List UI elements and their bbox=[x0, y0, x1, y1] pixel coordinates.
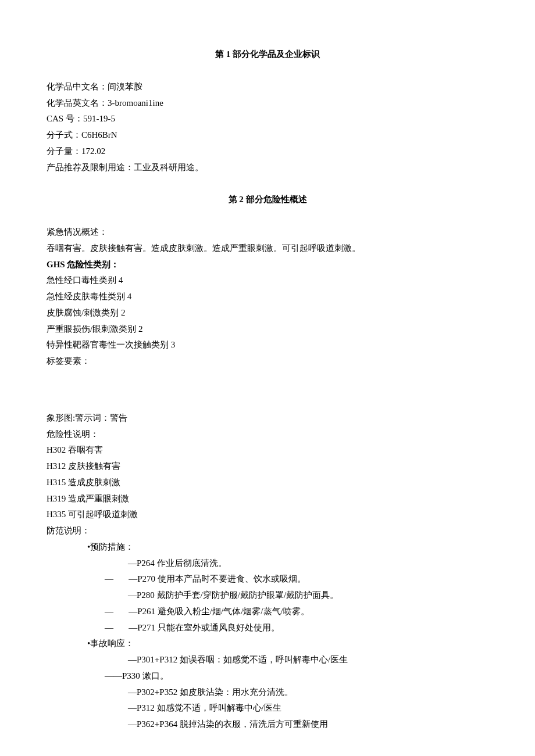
prevention-header: •预防措施： bbox=[47, 539, 488, 556]
section-1-title: 第 1 部分化学品及企业标识 bbox=[47, 46, 488, 63]
response-item: —P302+P352 如皮肤沾染：用水充分清洗。 bbox=[47, 685, 488, 701]
hazard-item: H312 皮肤接触有害 bbox=[47, 458, 488, 475]
cas-value: 591-19-5 bbox=[83, 114, 115, 123]
prevention-item: — —P270 使用本产品时不要进食、饮水或吸烟。 bbox=[47, 571, 488, 587]
name-cn-row: 化学品中文名：间溴苯胺 bbox=[47, 79, 488, 95]
name-en-label: 化学品英文名： bbox=[47, 98, 108, 108]
ghs-label: GHS 危险性类别： bbox=[47, 257, 488, 273]
ghs-item: 急性经口毒性类别 4 bbox=[47, 273, 488, 289]
formula-row: 分子式：C6H6BrN bbox=[47, 127, 488, 144]
formula-value: C6H6BrN bbox=[81, 130, 117, 139]
prevention-item: — —P261 避免吸入粉尘/烟/气体/烟雾/蒸气/喷雾。 bbox=[47, 604, 488, 620]
ghs-item: 皮肤腐蚀/刺激类别 2 bbox=[47, 305, 488, 321]
precaution-label: 防范说明： bbox=[47, 523, 488, 539]
prevention-item: —P264 作业后彻底清洗。 bbox=[47, 556, 488, 572]
hazard-item: H335 可引起呼吸道刺激 bbox=[47, 507, 488, 523]
section-2-title: 第 2 部分危险性概述 bbox=[47, 192, 488, 208]
response-item: ——P330 漱口。 bbox=[47, 668, 488, 685]
response-item: —P362+P364 脱掉沾染的衣服，清洗后方可重新使用 bbox=[47, 716, 488, 733]
emergency-label: 紧急情况概述： bbox=[47, 224, 488, 241]
hazard-item: H319 造成严重眼刺激 bbox=[47, 491, 488, 507]
name-cn-value: 间溴苯胺 bbox=[108, 82, 142, 91]
cas-label: CAS 号： bbox=[47, 114, 83, 123]
response-item: —P301+P312 如误吞咽：如感觉不适，呼叫解毒中心/医生 bbox=[47, 652, 488, 668]
pictogram-gap bbox=[47, 370, 488, 410]
hazard-item: H315 造成皮肤刺激 bbox=[47, 475, 488, 491]
ghs-item: 特异性靶器官毒性一次接触类别 3 bbox=[47, 337, 488, 353]
mw-value: 172.02 bbox=[81, 146, 105, 156]
ghs-item: 严重眼损伤/眼刺激类别 2 bbox=[47, 321, 488, 338]
response-item: —P312 如感觉不适，呼叫解毒中心/医生 bbox=[47, 700, 488, 716]
use-row: 产品推荐及限制用途：工业及科研用途。 bbox=[47, 160, 488, 176]
name-cn-label: 化学品中文名： bbox=[47, 82, 108, 91]
emergency-text: 吞咽有害。皮肤接触有害。造成皮肤刺激。造成严重眼刺激。可引起呼吸道刺激。 bbox=[47, 241, 488, 257]
hazard-label: 危险性说明： bbox=[47, 427, 488, 443]
prevention-item: —P280 戴防护手套/穿防护服/戴防护眼罩/戴防护面具。 bbox=[47, 587, 488, 604]
mw-row: 分子量：172.02 bbox=[47, 144, 488, 160]
label-elements: 标签要素： bbox=[47, 353, 488, 370]
mw-label: 分子量： bbox=[47, 146, 81, 156]
response-header: •事故响应： bbox=[47, 636, 488, 652]
prevention-item: — —P271 只能在室外或通风良好处使用。 bbox=[47, 620, 488, 636]
cas-row: CAS 号：591-19-5 bbox=[47, 111, 488, 127]
name-en-row: 化学品英文名：3-bromoani1ine bbox=[47, 95, 488, 112]
pictogram-line: 象形图:警示词：警告 bbox=[47, 410, 488, 427]
use-value: 工业及科研用途。 bbox=[134, 163, 204, 172]
hazard-item: H302 吞咽有害 bbox=[47, 442, 488, 458]
ghs-item: 急性经皮肤毒性类别 4 bbox=[47, 289, 488, 305]
name-en-value: 3-bromoani1ine bbox=[108, 98, 163, 108]
formula-label: 分子式： bbox=[47, 130, 81, 139]
use-label: 产品推荐及限制用途： bbox=[47, 163, 134, 172]
